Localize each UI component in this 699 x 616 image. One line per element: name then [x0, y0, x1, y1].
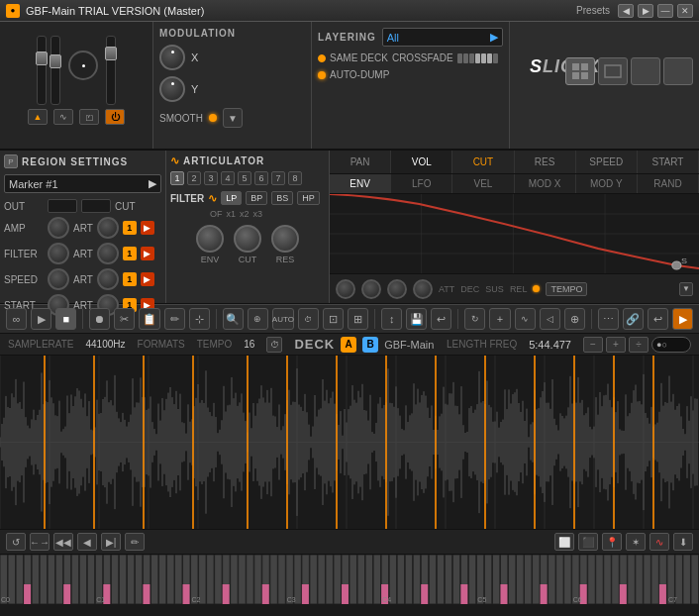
pan-knob[interactable]: [68, 51, 98, 80]
mixer-btn-1[interactable]: ▲: [28, 109, 48, 125]
mod-x-knob[interactable]: [159, 45, 185, 70]
env-tab-res[interactable]: RES: [515, 151, 576, 173]
grid-btn-2[interactable]: [598, 57, 628, 85]
mixer-btn-3[interactable]: ⏍: [79, 109, 99, 125]
filter-lp-btn[interactable]: LP: [221, 191, 242, 205]
mod-y-knob[interactable]: [159, 76, 185, 102]
mixer-btn-2[interactable]: ∿: [53, 109, 73, 125]
env-sub-env[interactable]: ENV: [330, 174, 391, 193]
smooth-dropdown[interactable]: ▼: [223, 108, 243, 128]
env-sub-mody[interactable]: MOD Y: [576, 174, 638, 193]
art-num-8[interactable]: 8: [288, 171, 302, 185]
minimize-btn[interactable]: —: [657, 4, 673, 18]
save-btn[interactable]: 💾: [406, 308, 427, 330]
right-btn[interactable]: ▶: [672, 308, 693, 330]
art-num-5[interactable]: 5: [238, 171, 251, 185]
bt-prev-prev-btn[interactable]: ◀◀: [53, 533, 73, 551]
layering-dropdown[interactable]: All ▶: [382, 28, 503, 47]
art-num-6[interactable]: 6: [254, 171, 268, 185]
snap-btn[interactable]: ⊡: [323, 308, 344, 330]
bt-next-btn[interactable]: ▶|: [101, 533, 121, 551]
speed-btn[interactable]: ▶: [141, 272, 154, 286]
bt-align-left-btn[interactable]: ⬜: [554, 533, 574, 551]
art-num-4[interactable]: 4: [221, 171, 235, 185]
env-tab-vol[interactable]: VOL: [391, 151, 452, 173]
cut-knob[interactable]: [234, 225, 261, 253]
play-btn[interactable]: ▶: [31, 308, 51, 330]
same-deck-radio[interactable]: [318, 54, 326, 62]
close-btn[interactable]: ✕: [677, 4, 693, 18]
env-tab-cut[interactable]: CUT: [452, 151, 514, 173]
sus-knob[interactable]: [387, 279, 407, 299]
link-btn[interactable]: 🔗: [623, 308, 644, 330]
speed-art-knob[interactable]: [97, 268, 119, 290]
grid-btn-3[interactable]: [631, 57, 660, 85]
art-num-7[interactable]: 7: [271, 171, 285, 185]
record-btn[interactable]: ⏺: [89, 308, 110, 330]
grid-tool-btn[interactable]: ⊞: [348, 308, 368, 330]
more-btn[interactable]: ⋯: [598, 308, 619, 330]
add-btn[interactable]: +: [489, 308, 510, 330]
filter-bp-btn[interactable]: BP: [246, 191, 267, 205]
bt-marker-btn[interactable]: 📍: [602, 533, 622, 551]
bt-prev-btn[interactable]: ◀: [77, 533, 97, 551]
loop-btn[interactable]: ∞: [6, 308, 27, 330]
length-ratio[interactable]: ÷: [629, 337, 649, 353]
bt-star-btn[interactable]: ✶: [626, 533, 646, 551]
filter-hp-btn[interactable]: HP: [297, 191, 320, 205]
filter-bs-btn[interactable]: BS: [271, 191, 293, 205]
env-sub-vel[interactable]: VEL: [452, 174, 514, 193]
art-num-2[interactable]: 2: [187, 171, 201, 185]
filter-btn[interactable]: ▶: [141, 247, 154, 260]
cut-btn[interactable]: ✂: [114, 308, 135, 330]
env-knob[interactable]: [196, 225, 224, 253]
grid-btn-4[interactable]: [663, 57, 693, 85]
grid-btn-1[interactable]: [565, 57, 595, 85]
mixer-btn-4[interactable]: ⏻: [105, 109, 125, 125]
env-sub-lfo[interactable]: LFO: [391, 174, 452, 193]
env-tab-speed[interactable]: SPEED: [576, 151, 638, 173]
rel-knob[interactable]: [413, 279, 433, 299]
fader-track-3[interactable]: [106, 36, 116, 105]
filter-knob[interactable]: [48, 243, 69, 264]
time-btn[interactable]: ⏱: [298, 308, 319, 330]
env-tab-pan[interactable]: PAN: [330, 151, 391, 173]
env-sub-rand[interactable]: RAND: [638, 174, 699, 193]
marker-dropdown[interactable]: Marker #1 ▶: [4, 174, 161, 193]
merge-btn[interactable]: ⊕: [564, 308, 585, 330]
bt-stretch-btn[interactable]: ←→: [30, 533, 50, 551]
undo-btn[interactable]: ↩: [431, 308, 451, 330]
undo2-btn[interactable]: ↩: [648, 308, 668, 330]
length-plus[interactable]: +: [606, 337, 626, 353]
draw-btn[interactable]: ✏: [164, 308, 185, 330]
zoom-out-btn[interactable]: 🔍: [223, 308, 244, 330]
bt-edit-btn[interactable]: ✏: [125, 533, 145, 551]
select-btn[interactable]: ⊹: [189, 308, 210, 330]
zoom-in-btn[interactable]: ⊕: [248, 308, 268, 330]
waveform-area[interactable]: [0, 356, 699, 529]
amp-art-knob[interactable]: [97, 217, 119, 239]
amp-knob[interactable]: [48, 217, 69, 239]
auto-btn[interactable]: AUTO: [272, 308, 294, 330]
wave-btn[interactable]: ∿: [515, 308, 536, 330]
warp-btn[interactable]: ↕: [381, 308, 402, 330]
cut2-btn[interactable]: ◁: [540, 308, 560, 330]
paste-btn[interactable]: 📋: [139, 308, 159, 330]
length-toggle[interactable]: ●○: [651, 337, 691, 353]
art-num-1[interactable]: 1: [170, 171, 184, 185]
bt-wave-btn[interactable]: ∿: [649, 533, 669, 551]
length-minus[interactable]: −: [583, 337, 603, 353]
bt-save-btn[interactable]: ⬇: [673, 533, 693, 551]
res-knob[interactable]: [271, 225, 299, 253]
region-power-btn[interactable]: P: [4, 154, 18, 168]
env-scroll-down[interactable]: ▼: [679, 282, 693, 296]
fader-thumb-2[interactable]: [50, 54, 61, 68]
fader-track-2[interactable]: [50, 36, 60, 105]
dec-knob[interactable]: [361, 279, 381, 299]
art-num-3[interactable]: 3: [204, 171, 218, 185]
fader-thumb-3[interactable]: [105, 47, 117, 60]
speed-knob[interactable]: [48, 268, 69, 290]
fader-thumb-1[interactable]: [36, 51, 48, 65]
stop-btn[interactable]: ■: [55, 308, 76, 330]
bt-loop-btn[interactable]: ↺: [6, 533, 26, 551]
